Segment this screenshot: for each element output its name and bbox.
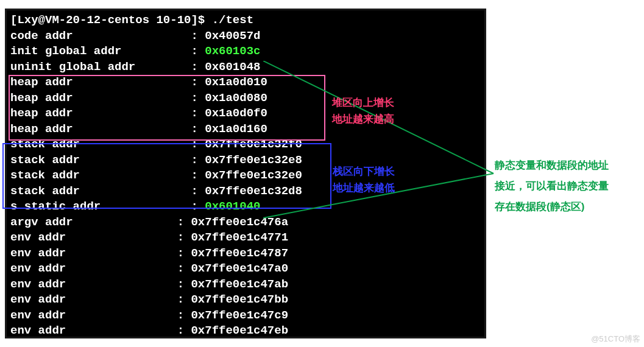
stack-annotation-line2: 地址越来越低 [333,180,395,196]
static-annotation-line3: 存在数据段(静态区) [495,197,609,217]
static-annotation: 静态变量和数据段的地址 接近，可以看出静态变量 存在数据段(静态区) [495,155,609,217]
stack-annotation: 栈区向下增长 地址越来越低 [333,163,395,196]
stack-annotation-line1: 栈区向下增长 [333,163,395,180]
heap-annotation-line2: 地址越来越高 [332,111,394,127]
terminal-output: [Lxy@VM-20-12-centos 10-10]$ ./test code… [7,10,386,337]
static-annotation-line2: 接近，可以看出静态变量 [495,176,609,197]
heap-annotation-line1: 堆区向上增长 [332,94,394,111]
static-annotation-line1: 静态变量和数据段的地址 [495,155,609,176]
heap-annotation: 堆区向上增长 地址越来越高 [332,94,394,127]
watermark: @51CTO博客 [591,334,640,345]
